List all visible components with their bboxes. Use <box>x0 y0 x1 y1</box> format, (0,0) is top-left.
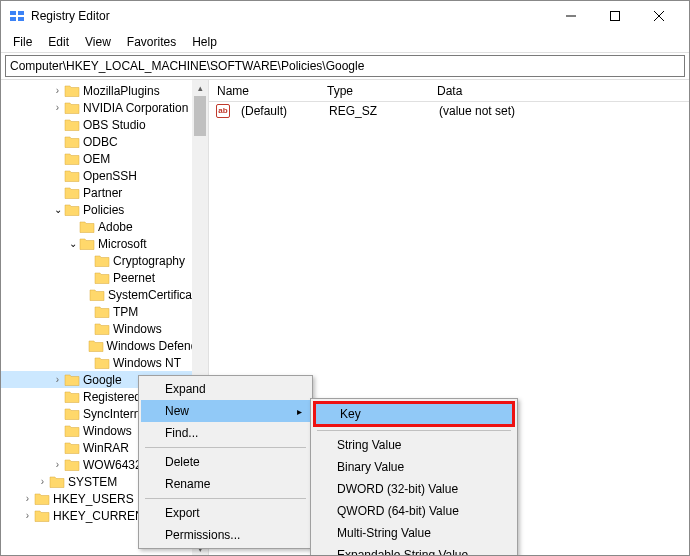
ctx-new-binary[interactable]: Binary Value <box>313 456 515 478</box>
tree-label: Peernet <box>113 271 155 285</box>
address-bar[interactable]: Computer\HKEY_LOCAL_MACHINE\SOFTWARE\Pol… <box>5 55 685 77</box>
folder-icon <box>64 169 80 183</box>
tree-label: WinRAR <box>83 441 129 455</box>
context-menu: Expand New ▸ Find... Delete Rename Expor… <box>138 375 313 549</box>
scroll-thumb[interactable] <box>194 96 206 136</box>
minimize-button[interactable] <box>549 1 593 31</box>
expander-icon <box>51 424 64 437</box>
tree-node-microsoft[interactable]: ⌄Microsoft <box>1 235 208 252</box>
expander-icon <box>81 356 94 369</box>
folder-icon <box>64 441 80 455</box>
folder-icon <box>64 84 80 98</box>
expander-icon[interactable]: › <box>21 492 34 505</box>
expander-icon <box>81 271 94 284</box>
folder-icon <box>79 220 95 234</box>
expander-icon[interactable]: › <box>36 475 49 488</box>
tree-label: Partner <box>83 186 122 200</box>
tree-node-windows-defender[interactable]: Windows Defender <box>1 337 208 354</box>
tree-label: OEM <box>83 152 110 166</box>
folder-icon <box>64 101 80 115</box>
ctx-permissions[interactable]: Permissions... <box>141 524 310 546</box>
ctx-export[interactable]: Export <box>141 502 310 524</box>
tree-node-nvidia-corporation[interactable]: ›NVIDIA Corporation <box>1 99 208 116</box>
tree-node-oem[interactable]: OEM <box>1 150 208 167</box>
app-icon <box>9 8 25 24</box>
tree-label: ODBC <box>83 135 118 149</box>
tree-node-odbc[interactable]: ODBC <box>1 133 208 150</box>
ctx-find[interactable]: Find... <box>141 422 310 444</box>
folder-icon <box>49 475 65 489</box>
ctx-separator <box>317 430 511 431</box>
tree-node-openssh[interactable]: OpenSSH <box>1 167 208 184</box>
titlebar: Registry Editor <box>1 1 689 31</box>
expander-icon <box>51 169 64 182</box>
folder-icon <box>94 254 110 268</box>
expander-icon[interactable]: ⌄ <box>66 237 79 250</box>
ctx-new[interactable]: New ▸ <box>141 400 310 422</box>
ctx-rename[interactable]: Rename <box>141 473 310 495</box>
folder-icon <box>94 356 110 370</box>
expander-icon[interactable]: ⌄ <box>51 203 64 216</box>
cell-data: (value not set) <box>431 104 689 118</box>
tree-node-tpm[interactable]: TPM <box>1 303 208 320</box>
menu-view[interactable]: View <box>77 33 119 51</box>
menu-favorites[interactable]: Favorites <box>119 33 184 51</box>
col-header-name[interactable]: Name <box>209 84 319 98</box>
expander-icon[interactable]: › <box>51 84 64 97</box>
string-value-icon: ab <box>215 103 231 119</box>
scroll-up-icon[interactable]: ▴ <box>192 80 208 96</box>
folder-icon <box>64 407 80 421</box>
folder-icon <box>34 509 50 523</box>
expander-icon[interactable]: › <box>51 458 64 471</box>
ctx-new-string[interactable]: String Value <box>313 434 515 456</box>
expander-icon[interactable]: › <box>21 509 34 522</box>
expander-icon <box>81 339 88 352</box>
tree-node-systemcertificates[interactable]: SystemCertificates <box>1 286 208 303</box>
expander-icon <box>51 152 64 165</box>
col-header-type[interactable]: Type <box>319 84 429 98</box>
ctx-delete[interactable]: Delete <box>141 451 310 473</box>
tree-node-windows[interactable]: Windows <box>1 320 208 337</box>
tree-label: NVIDIA Corporation <box>83 101 188 115</box>
ctx-new-dword[interactable]: DWORD (32-bit) Value <box>313 478 515 500</box>
close-button[interactable] <box>637 1 681 31</box>
ctx-new-multi[interactable]: Multi-String Value <box>313 522 515 544</box>
tree-node-policies[interactable]: ⌄Policies <box>1 201 208 218</box>
expander-icon[interactable]: › <box>51 373 64 386</box>
maximize-button[interactable] <box>593 1 637 31</box>
tree-node-cryptography[interactable]: Cryptography <box>1 252 208 269</box>
svg-rect-2 <box>10 17 16 21</box>
menu-file[interactable]: File <box>5 33 40 51</box>
tree-label: Policies <box>83 203 124 217</box>
folder-icon <box>64 186 80 200</box>
submenu-arrow-icon: ▸ <box>297 406 302 417</box>
folder-icon <box>64 424 80 438</box>
svg-rect-0 <box>10 11 16 15</box>
menu-help[interactable]: Help <box>184 33 225 51</box>
tree-label: SYSTEM <box>68 475 117 489</box>
ctx-separator <box>145 498 306 499</box>
folder-icon <box>94 322 110 336</box>
tree-label: OpenSSH <box>83 169 137 183</box>
expander-icon <box>66 220 79 233</box>
folder-icon <box>64 118 80 132</box>
tree-node-partner[interactable]: Partner <box>1 184 208 201</box>
expander-icon <box>51 390 64 403</box>
tree-node-adobe[interactable]: Adobe <box>1 218 208 235</box>
ctx-new-expand[interactable]: Expandable String Value <box>313 544 515 556</box>
tree-node-windows-nt[interactable]: Windows NT <box>1 354 208 371</box>
folder-icon <box>64 390 80 404</box>
col-header-data[interactable]: Data <box>429 84 689 98</box>
tree-node-obs-studio[interactable]: OBS Studio <box>1 116 208 133</box>
tree-node-peernet[interactable]: Peernet <box>1 269 208 286</box>
folder-icon <box>94 271 110 285</box>
ctx-new-qword[interactable]: QWORD (64-bit) Value <box>313 500 515 522</box>
list-row[interactable]: ab (Default) REG_SZ (value not set) <box>209 102 689 120</box>
expander-icon[interactable]: › <box>51 101 64 114</box>
ctx-expand[interactable]: Expand <box>141 378 310 400</box>
ctx-new-label: New <box>165 404 189 418</box>
tree-node-mozillaplugins[interactable]: ›MozillaPlugins <box>1 82 208 99</box>
tree-label: Google <box>83 373 122 387</box>
menu-edit[interactable]: Edit <box>40 33 77 51</box>
ctx-new-key[interactable]: Key <box>313 401 515 427</box>
